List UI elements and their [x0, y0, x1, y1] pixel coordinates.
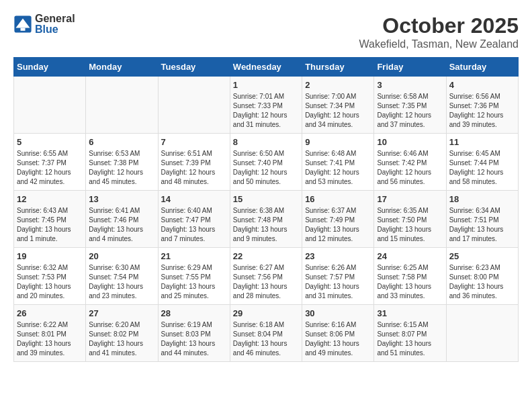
day-info-line: Sunset: 7:50 PM — [377, 216, 443, 225]
day-number: 6 — [89, 137, 154, 147]
day-info-line: and 42 minutes. — [17, 177, 83, 187]
calendar-week-0: 1Sunrise: 7:01 AMSunset: 7:33 PMDaylight… — [14, 77, 519, 134]
day-info-line: and 20 minutes. — [17, 291, 83, 301]
day-info-line: and 31 minutes. — [305, 291, 371, 301]
calendar-cell: 28Sunrise: 6:19 AMSunset: 8:03 PMDayligh… — [158, 305, 230, 362]
calendar-cell — [158, 77, 230, 134]
day-number: 14 — [161, 194, 227, 204]
calendar-cell: 17Sunrise: 6:35 AMSunset: 7:50 PMDayligh… — [374, 191, 446, 248]
day-info-line: Sunset: 7:45 PM — [17, 216, 83, 225]
day-info-line: Sunset: 7:51 PM — [449, 216, 515, 225]
day-info-line: and 45 minutes. — [89, 177, 154, 187]
day-number: 8 — [233, 137, 299, 147]
day-info-line: Sunrise: 6:23 AM — [449, 263, 515, 273]
day-number: 13 — [89, 194, 154, 204]
calendar-cell: 5Sunrise: 6:55 AMSunset: 7:37 PMDaylight… — [14, 134, 86, 191]
day-info-line: and 15 minutes. — [377, 234, 443, 244]
day-info-line: Sunset: 7:58 PM — [377, 273, 443, 282]
day-info-line: and 36 minutes. — [449, 291, 515, 301]
weekday-header-monday: Monday — [86, 58, 158, 77]
page-title: October 2025 — [359, 13, 519, 38]
day-info-line: Sunrise: 6:50 AM — [233, 149, 299, 158]
calendar-cell: 4Sunrise: 6:56 AMSunset: 7:36 PMDaylight… — [446, 77, 518, 134]
day-number: 27 — [89, 308, 154, 318]
day-info-line: Sunset: 7:54 PM — [89, 273, 154, 282]
day-info-line: Daylight: 13 hours — [449, 282, 515, 291]
day-info-line: Sunrise: 6:34 AM — [449, 206, 515, 216]
day-info-line: Daylight: 12 hours — [161, 168, 227, 177]
day-info-line: Sunrise: 6:19 AM — [161, 320, 227, 330]
title-block: October 2025 Wakefield, Tasman, New Zeal… — [359, 13, 519, 50]
day-info-line: Sunset: 8:02 PM — [89, 330, 154, 339]
day-info-line: Sunset: 7:46 PM — [89, 216, 154, 225]
day-info-line: Sunrise: 6:41 AM — [89, 206, 154, 216]
day-number: 16 — [305, 194, 371, 204]
calendar-cell: 12Sunrise: 6:43 AMSunset: 7:45 PMDayligh… — [14, 191, 86, 248]
day-info-line: and 58 minutes. — [449, 177, 515, 187]
day-info-line: Sunset: 8:00 PM — [449, 273, 515, 282]
day-info-line: and 17 minutes. — [449, 234, 515, 244]
day-info-line: and 53 minutes. — [305, 177, 371, 187]
day-number: 31 — [377, 308, 443, 318]
day-info-line: Daylight: 13 hours — [17, 282, 83, 291]
day-number: 1 — [233, 80, 299, 90]
day-info-line: Daylight: 13 hours — [305, 225, 371, 234]
day-info-line: and 31 minutes. — [233, 120, 299, 130]
day-number: 9 — [305, 137, 371, 147]
day-info-line: and 46 minutes. — [233, 349, 299, 358]
day-info-line: and 37 minutes. — [377, 120, 443, 130]
day-info-line: Sunrise: 6:45 AM — [449, 149, 515, 158]
day-info-line: Daylight: 13 hours — [233, 225, 299, 234]
day-info-line: Sunset: 8:07 PM — [377, 330, 443, 339]
calendar-cell: 1Sunrise: 7:01 AMSunset: 7:33 PMDaylight… — [230, 77, 302, 134]
day-info-line: Sunset: 8:06 PM — [305, 330, 371, 339]
weekday-header-friday: Friday — [374, 58, 446, 77]
calendar-cell: 11Sunrise: 6:45 AMSunset: 7:44 PMDayligh… — [446, 134, 518, 191]
day-info-line: Daylight: 13 hours — [377, 339, 443, 349]
day-info-line: Daylight: 12 hours — [305, 168, 371, 177]
day-number: 25 — [449, 251, 515, 261]
calendar-table: SundayMondayTuesdayWednesdayThursdayFrid… — [13, 57, 519, 362]
day-info-line: Daylight: 13 hours — [17, 339, 83, 349]
calendar-cell: 24Sunrise: 6:25 AMSunset: 7:58 PMDayligh… — [374, 248, 446, 305]
day-info-line: and 48 minutes. — [161, 177, 227, 187]
day-info-line: and 23 minutes. — [89, 291, 154, 301]
day-info-line: Sunrise: 6:32 AM — [17, 263, 83, 273]
day-info-line: Sunset: 7:41 PM — [305, 158, 371, 168]
day-number: 30 — [305, 308, 371, 318]
day-info-line: Sunset: 8:03 PM — [161, 330, 227, 339]
page-subtitle: Wakefield, Tasman, New Zealand — [359, 38, 519, 50]
day-info-line: Sunrise: 6:26 AM — [305, 263, 371, 273]
day-info-line: and 39 minutes. — [17, 349, 83, 358]
calendar-cell: 15Sunrise: 6:38 AMSunset: 7:48 PMDayligh… — [230, 191, 302, 248]
calendar-cell: 26Sunrise: 6:22 AMSunset: 8:01 PMDayligh… — [14, 305, 86, 362]
day-info-line: and 56 minutes. — [377, 177, 443, 187]
day-info-line: Sunrise: 6:38 AM — [233, 206, 299, 216]
day-info-line: and 50 minutes. — [233, 177, 299, 187]
day-info-line: Sunset: 7:40 PM — [233, 158, 299, 168]
day-info-line: Sunrise: 6:35 AM — [377, 206, 443, 216]
day-info-line: Sunset: 8:04 PM — [233, 330, 299, 339]
calendar-cell: 29Sunrise: 6:18 AMSunset: 8:04 PMDayligh… — [230, 305, 302, 362]
calendar-cell: 21Sunrise: 6:29 AMSunset: 7:55 PMDayligh… — [158, 248, 230, 305]
day-number: 20 — [89, 251, 154, 261]
day-info-line: Daylight: 13 hours — [305, 282, 371, 291]
day-info-line: Daylight: 12 hours — [89, 168, 154, 177]
day-info-line: Daylight: 13 hours — [233, 339, 299, 349]
day-info-line: Sunset: 7:55 PM — [161, 273, 227, 282]
calendar-week-2: 12Sunrise: 6:43 AMSunset: 7:45 PMDayligh… — [14, 191, 519, 248]
svg-rect-2 — [21, 28, 26, 31]
weekday-header-thursday: Thursday — [302, 58, 374, 77]
day-info-line: Sunset: 7:34 PM — [305, 101, 371, 111]
day-info-line: Sunset: 7:56 PM — [233, 273, 299, 282]
day-number: 29 — [233, 308, 299, 318]
day-info-line: Sunrise: 7:01 AM — [233, 92, 299, 101]
day-info-line: Daylight: 13 hours — [305, 339, 371, 349]
day-info-line: Daylight: 12 hours — [377, 168, 443, 177]
day-number: 28 — [161, 308, 227, 318]
calendar-cell: 3Sunrise: 6:58 AMSunset: 7:35 PMDaylight… — [374, 77, 446, 134]
calendar-cell: 14Sunrise: 6:40 AMSunset: 7:47 PMDayligh… — [158, 191, 230, 248]
day-info-line: Sunrise: 6:37 AM — [305, 206, 371, 216]
day-info-line: Sunrise: 6:20 AM — [89, 320, 154, 330]
day-number: 18 — [449, 194, 515, 204]
